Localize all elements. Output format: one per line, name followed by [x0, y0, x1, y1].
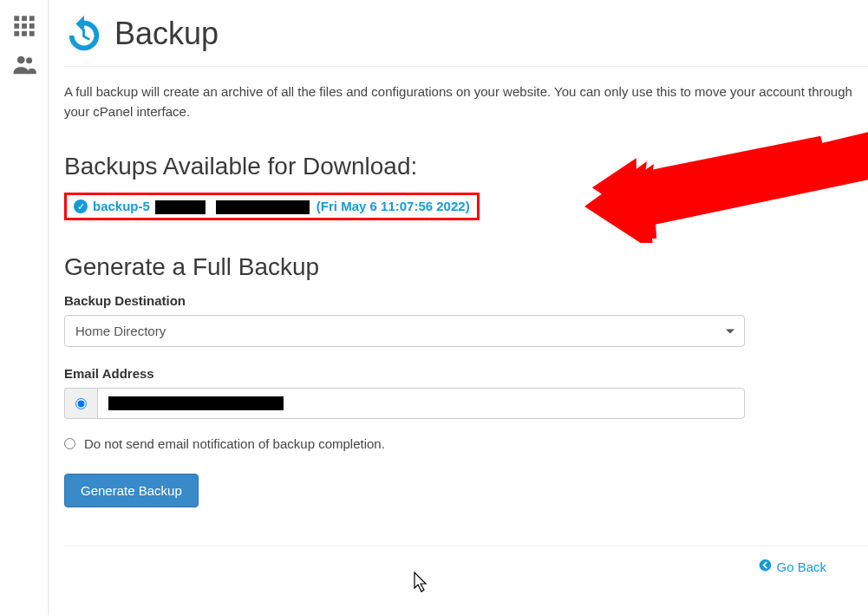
svg-point-10 — [26, 57, 32, 63]
email-send-radio[interactable] — [75, 398, 87, 409]
back-arrow-icon — [759, 559, 772, 574]
svg-rect-5 — [29, 23, 34, 29]
users-icon[interactable] — [10, 50, 38, 78]
svg-rect-3 — [14, 23, 19, 29]
svg-point-9 — [16, 56, 24, 64]
no-email-label: Do not send email notification of backup… — [84, 436, 385, 451]
redacted-text — [108, 396, 284, 410]
no-email-radio[interactable] — [64, 438, 75, 449]
generate-heading: Generate a Full Backup — [64, 253, 868, 281]
page-header: Backup — [64, 14, 868, 67]
sidebar — [0, 0, 49, 615]
available-heading: Backups Available for Download: — [64, 153, 868, 180]
backup-clock-icon — [64, 14, 104, 54]
annotation-arrow-icon — [581, 130, 868, 243]
svg-rect-6 — [14, 31, 19, 36]
svg-rect-8 — [29, 31, 34, 36]
destination-label: Backup Destination — [64, 293, 745, 308]
no-email-row: Do not send email notification of backup… — [64, 436, 745, 451]
backup-available-item: ✓ backup-5(Fri May 6 11:07:56 2022) — [64, 193, 480, 220]
redacted-text — [216, 200, 310, 214]
page-title: Backup — [114, 16, 219, 52]
email-label: Email Address — [64, 366, 745, 381]
svg-rect-7 — [22, 31, 27, 36]
email-row — [64, 388, 745, 419]
svg-rect-0 — [14, 16, 19, 21]
email-input[interactable] — [97, 388, 745, 419]
generate-backup-button[interactable]: Generate Backup — [64, 474, 199, 507]
svg-rect-2 — [29, 16, 34, 21]
email-radio-prefix — [64, 388, 97, 419]
backup-date: (Fri May 6 11:07:56 2022) — [317, 199, 470, 213]
generate-form: Backup Destination Home Directory Email … — [64, 293, 745, 507]
destination-select[interactable]: Home Directory — [64, 315, 745, 347]
svg-marker-15 — [584, 130, 868, 243]
apps-grid-icon[interactable] — [10, 12, 38, 40]
intro-text: A full backup will create an archive of … — [64, 82, 868, 121]
redacted-text — [155, 200, 206, 214]
main-content: Backup A full backup will create an arch… — [49, 0, 868, 615]
annotation-arrow-icon — [586, 134, 868, 239]
destination-select-wrap: Home Directory — [64, 315, 745, 347]
go-back-label: Go Back — [776, 559, 826, 574]
go-back-link[interactable]: Go Back — [759, 559, 826, 574]
footer-nav: Go Back — [64, 546, 868, 574]
backup-name-prefix: backup-5 — [93, 199, 150, 213]
svg-point-16 — [760, 559, 772, 572]
checkmark-icon: ✓ — [74, 200, 88, 213]
svg-rect-1 — [22, 16, 27, 21]
svg-rect-4 — [22, 23, 27, 29]
backup-download-link[interactable]: backup-5(Fri May 6 11:07:56 2022) — [93, 199, 470, 214]
